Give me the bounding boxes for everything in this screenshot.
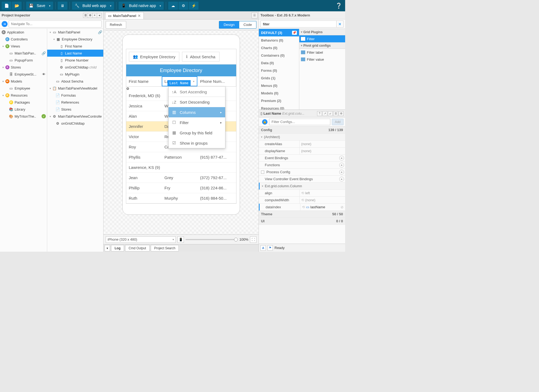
- col-phone[interactable]: Phone Num...: [197, 76, 236, 86]
- clear-filter-button[interactable]: ✕: [337, 21, 344, 28]
- menu-group[interactable]: ▦Group by this field: [169, 128, 225, 138]
- bottom-tab-cmd[interactable]: Cmd Output: [125, 245, 150, 251]
- code-toggle[interactable]: Code: [239, 21, 256, 29]
- device-select[interactable]: iPhone (320 x 480)▾: [106, 236, 176, 243]
- config-add-button[interactable]: Add: [332, 119, 344, 125]
- tbx-item-filter-label[interactable]: Filter label: [299, 49, 345, 56]
- cfg-group-architect[interactable]: ▾(Architect): [259, 134, 345, 141]
- tree-theme[interactable]: 🎨MyTritonThe..✓: [0, 113, 47, 120]
- cfg-group-column[interactable]: ▾Ext.grid.column.Column: [259, 183, 345, 190]
- toolbox-cat[interactable]: Premium (2): [259, 97, 299, 104]
- config-lock-icon[interactable]: 🔒: [262, 119, 267, 125]
- tree-maintabpanel[interactable]: ▭MainTabPan..🔗: [0, 50, 47, 57]
- toolbox-cat[interactable]: Behaviors (0): [259, 36, 299, 44]
- t2-ongridchildtap[interactable]: ⚙onGridChildtap child: [47, 64, 103, 71]
- toolbox-cat[interactable]: Forms (0): [259, 67, 299, 74]
- cfg-section-theme[interactable]: Theme50 / 50: [259, 211, 345, 218]
- inspector-tool-add[interactable]: +: [92, 13, 97, 18]
- dropdown-icon[interactable]: ▾: [193, 80, 194, 83]
- preview-button[interactable]: 🖥: [58, 2, 67, 10]
- nav-go-button[interactable]: ➜: [2, 21, 8, 27]
- fit-button[interactable]: ⛶: [250, 236, 256, 243]
- bottom-tab-search[interactable]: Project Search: [151, 245, 179, 251]
- grid-row[interactable]: RuthMurphy(516) 884-50...: [126, 193, 236, 203]
- status-icon-flag[interactable]: ⚑: [267, 245, 273, 251]
- cfg-vcbindings[interactable]: View Controller Event Bindings+: [259, 176, 345, 183]
- design-canvas[interactable]: 👥Employee Directory ℹAbout Sencha Employ…: [104, 30, 259, 234]
- toolbox-cat[interactable]: Data (0): [259, 59, 299, 67]
- clear-icon[interactable]: ⊘: [341, 205, 344, 209]
- status-icon-a[interactable]: A: [260, 245, 266, 251]
- inspector-tool-collapse[interactable]: ◂: [97, 13, 102, 18]
- app-tab-about[interactable]: ℹAbout Sencha: [182, 52, 219, 62]
- tbx-item-filter[interactable]: Filter: [299, 35, 345, 42]
- tree-resources[interactable]: ▾RResources: [0, 92, 47, 99]
- toolbox-cat[interactable]: Grids (1): [259, 74, 299, 82]
- col-firstname[interactable]: First Name: [126, 76, 162, 86]
- t2-myplugin[interactable]: ▭MyPlugin: [47, 71, 103, 78]
- grid-row[interactable]: JeanGrey(372) 792-67...: [126, 173, 236, 183]
- add-icon[interactable]: +: [339, 163, 344, 168]
- reset-icon[interactable]: ⟲: [301, 191, 304, 195]
- cfg-eventbindings[interactable]: Event Bindings+: [259, 155, 345, 162]
- center-tabs-menu[interactable]: ☰: [252, 12, 258, 18]
- open-button[interactable]: 📂: [12, 2, 22, 10]
- bottom-tab-log[interactable]: Log: [111, 245, 124, 251]
- checkbox[interactable]: [261, 171, 264, 174]
- cfg-createalias[interactable]: createAlias(none): [259, 141, 345, 148]
- tree-packages[interactable]: PPackages: [0, 99, 47, 106]
- cfg-dataindex[interactable]: dataIndex⟲▭lastName⊘: [259, 204, 345, 211]
- cfg-align[interactable]: align⟲left: [259, 190, 345, 197]
- toolbox-cat[interactable]: DEFAULT (3)📌: [259, 29, 299, 36]
- tree-library[interactable]: 📚Library: [0, 106, 47, 113]
- save-button[interactable]: 💾 Save▾: [26, 2, 53, 10]
- tree-models[interactable]: ▾MModels: [0, 78, 47, 85]
- tree-stores[interactable]: ▾SStores: [0, 64, 47, 71]
- menu-show-groups[interactable]: ☑Show in groups: [169, 138, 225, 148]
- toolbox-cat[interactable]: Resources (0): [259, 104, 299, 110]
- grid-row[interactable]: PhyllisPatterson(915) 877-47...: [126, 152, 236, 162]
- cfg-section-config[interactable]: Config139 / 139: [259, 127, 345, 134]
- config-out[interactable]: ↗: [322, 111, 327, 116]
- inspector-tool-list[interactable]: ☰: [83, 13, 88, 18]
- add-icon[interactable]: +: [339, 156, 344, 161]
- inspector-tool-gear[interactable]: ⚙: [88, 13, 92, 18]
- tree-popupform[interactable]: ▭PopupForm: [0, 57, 47, 64]
- t2-firstname[interactable]: ▯First Name: [47, 43, 103, 50]
- t2-empdir[interactable]: ▾▦Employee Directory: [47, 36, 103, 43]
- t2-lastname[interactable]: ▯Last Name: [47, 50, 103, 57]
- settings-button[interactable]: ⚙: [178, 2, 188, 10]
- t2-ongridchildtap2[interactable]: ⚙onGridChildtap: [47, 120, 103, 127]
- navigate-input[interactable]: [9, 21, 102, 28]
- config-help[interactable]: ?: [317, 111, 322, 116]
- config-filter-input[interactable]: [269, 119, 330, 125]
- t2-phone[interactable]: ▯Phone Number: [47, 57, 103, 64]
- app-tab-employee[interactable]: 👥Employee Directory: [129, 52, 180, 62]
- tree-employee-model[interactable]: ▭Employee: [0, 85, 47, 92]
- cfg-displayname[interactable]: displayName(none): [259, 148, 345, 155]
- toolbox-filter-input[interactable]: [260, 21, 337, 28]
- menu-filter[interactable]: ☐Filter▸: [169, 117, 225, 128]
- menu-columns[interactable]: ▥Columns▸: [169, 107, 225, 117]
- build-web-button[interactable]: 🔧 Build web app▾: [72, 2, 114, 10]
- t2-maintabpanel[interactable]: ▾▭MainTabPanel🔗: [47, 29, 103, 36]
- reset-icon[interactable]: ⟲: [301, 198, 304, 202]
- build-native-button[interactable]: 📱 Build native app▾: [119, 2, 164, 10]
- t2-viewmodel[interactable]: ▾📋MainTabPanelViewModel: [47, 85, 103, 92]
- tree-views[interactable]: ▾VViews: [0, 43, 47, 50]
- tbx-group-grid-plugins[interactable]: ▾Grid Plugins: [299, 29, 345, 35]
- toolbox-cat[interactable]: Charts (0): [259, 44, 299, 52]
- config-list[interactable]: ☰: [333, 111, 338, 116]
- toolbox-cat[interactable]: Containers (0): [259, 52, 299, 59]
- t2-viewcontroller[interactable]: ▾⚙MainTabPanelViewControlle: [47, 113, 103, 120]
- orientation-button[interactable]: 📱: [177, 236, 184, 243]
- t2-stores2[interactable]: 📄Stores: [47, 106, 103, 113]
- tab-close-icon[interactable]: ✕: [138, 14, 141, 18]
- cfg-computedwidth[interactable]: computedWidth⟲(none): [259, 197, 345, 204]
- t2-references[interactable]: 📄References: [47, 99, 103, 106]
- tree-employeestore[interactable]: 🗄EmployeeSt...👁: [0, 71, 47, 78]
- new-file-button[interactable]: 📄: [2, 2, 11, 10]
- bottom-collapse[interactable]: ▾: [105, 245, 110, 251]
- cloud-button[interactable]: ☁: [168, 2, 178, 10]
- add-icon[interactable]: +: [339, 177, 344, 182]
